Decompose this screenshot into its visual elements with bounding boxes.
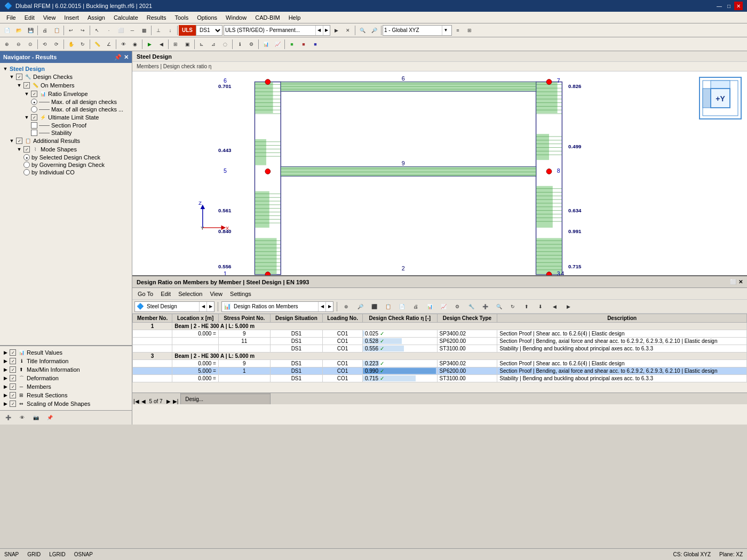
tb2-results1[interactable]: 📊: [260, 38, 272, 50]
cb-scaling-mode-shapes[interactable]: [10, 401, 16, 407]
tb-loads[interactable]: ↓: [164, 25, 176, 36]
tb2-1[interactable]: ⊕: [1, 38, 13, 50]
cb-design-checks[interactable]: [16, 74, 22, 80]
cb-on-members[interactable]: [23, 82, 30, 89]
tb2-rotate[interactable]: ↻: [77, 38, 89, 50]
tb2-color3[interactable]: ■: [286, 38, 298, 50]
results-tab-6[interactable]: Desig...: [180, 394, 271, 404]
load-combo-arrow[interactable]: ◀: [315, 26, 322, 35]
tb-new[interactable]: 📄: [1, 25, 13, 36]
tb2-3d[interactable]: ▣: [181, 38, 193, 50]
nav-pin2-icon[interactable]: 📌: [44, 412, 55, 423]
results-expand-icon[interactable]: ⬜: [730, 279, 736, 285]
results-tb-btn4[interactable]: 📋: [382, 301, 394, 313]
results-tb-btn15[interactable]: ⬇: [535, 301, 546, 313]
tb-view-grid[interactable]: ⊞: [464, 25, 475, 36]
tb-nodes[interactable]: ·: [103, 25, 115, 36]
results-tb-btn16[interactable]: ◀: [549, 301, 560, 313]
lgrid-toggle[interactable]: LGRID: [49, 551, 66, 557]
cb-deformation[interactable]: [10, 375, 16, 381]
tb-select[interactable]: ↖: [91, 25, 103, 36]
cb-additional-results[interactable]: [16, 138, 22, 144]
radio-max-all-2[interactable]: [31, 106, 37, 113]
radio-by-governing[interactable]: [23, 162, 30, 168]
menu-insert[interactable]: Insert: [60, 13, 83, 22]
tree-ratio-envelope[interactable]: ▼ 📊 Ratio Envelope: [0, 90, 132, 98]
results-tb-btn3[interactable]: ⬛: [368, 301, 380, 313]
tb2-angle[interactable]: ∠: [103, 38, 115, 50]
menu-view[interactable]: View: [39, 13, 60, 22]
results-right-next[interactable]: ▶: [325, 302, 333, 311]
tb2-display2[interactable]: ◉: [129, 38, 141, 50]
tree-steel-design[interactable]: ▼ Steel Design: [0, 65, 132, 73]
tb2-3[interactable]: ⊙: [25, 38, 36, 50]
results-tb-btn13[interactable]: ↻: [507, 301, 519, 313]
tb-play[interactable]: ▶: [330, 25, 342, 36]
results-tb-btn10[interactable]: 🔧: [465, 301, 477, 313]
tb2-color[interactable]: ▶: [144, 38, 155, 50]
cb-result-values[interactable]: [10, 349, 16, 356]
tb2-info2[interactable]: ⚙: [245, 38, 257, 50]
tree-by-selected[interactable]: by Selected Design Check: [0, 154, 132, 161]
results-view[interactable]: View: [206, 290, 226, 298]
results-table[interactable]: Member No. Location x [m] Stress Point N…: [132, 314, 747, 393]
cb-stability[interactable]: [31, 130, 37, 136]
page-prev-btn[interactable]: ◀: [141, 398, 146, 404]
results-left-combo-input[interactable]: [146, 302, 199, 311]
tb2-color5[interactable]: ■: [309, 38, 321, 50]
tree-deformation[interactable]: ▶ ⌒ Deformation: [0, 374, 132, 382]
table-data-row[interactable]: 0.000 = 9 DS1 CO1 0.223 ✓ SP3400.02 Sect…: [133, 360, 747, 367]
tb-members[interactable]: ─: [126, 25, 138, 36]
menu-file[interactable]: File: [2, 13, 20, 22]
grid-toggle[interactable]: GRID: [27, 551, 41, 557]
tree-result-sections[interactable]: ▶ ⊞ Result Sections: [0, 391, 132, 399]
cb-mode-shapes[interactable]: [23, 146, 30, 153]
tb-open[interactable]: 📂: [13, 25, 25, 36]
tree-section-proof[interactable]: Section Proof: [0, 122, 132, 129]
navigation-cube[interactable]: +Y: [699, 77, 742, 119]
tb2-pan[interactable]: ✋: [65, 38, 77, 50]
snap-toggle[interactable]: SNAP: [4, 551, 19, 557]
tb2-info1[interactable]: ℹ: [234, 38, 245, 50]
radio-by-selected[interactable]: [23, 154, 30, 161]
tree-on-members[interactable]: ▼ 📏 On Members: [0, 81, 132, 90]
page-next-btn[interactable]: ▶: [166, 398, 171, 404]
tree-members[interactable]: ▶ ─ Members: [0, 382, 132, 391]
tree-by-individual[interactable]: by Individual CO: [0, 169, 132, 176]
nav-pin-icon[interactable]: 📌: [114, 54, 122, 61]
results-selection[interactable]: Selection: [175, 290, 205, 298]
tree-by-governing[interactable]: by Governing Design Check: [0, 161, 132, 169]
load-combo-arrow2[interactable]: ▶: [323, 26, 330, 35]
results-goto[interactable]: Go To: [134, 290, 156, 298]
results-tb-btn1[interactable]: ⊕: [340, 301, 352, 313]
tb-zoom-in[interactable]: 🔍: [356, 25, 368, 36]
tb-redo[interactable]: ↪: [77, 25, 89, 36]
tb2-snap3[interactable]: ◌: [219, 38, 231, 50]
tree-max-all-1[interactable]: Max. of all design checks: [0, 98, 132, 106]
close-button[interactable]: ✕: [734, 2, 743, 10]
uls-button[interactable]: ULS: [179, 25, 196, 36]
tree-maxmin-info[interactable]: ▶ ⬆ Max/Min Information: [0, 365, 132, 374]
results-left-prev[interactable]: ◀: [199, 302, 206, 311]
nav-add-icon[interactable]: ➕: [2, 412, 14, 423]
menu-options[interactable]: Options: [193, 13, 221, 22]
cb-section-proof[interactable]: [31, 122, 37, 129]
tree-design-checks[interactable]: ▼ 🔧 Design Checks: [0, 73, 132, 81]
results-tb-btn12[interactable]: 🔍: [493, 301, 505, 313]
tb-save[interactable]: 💾: [25, 25, 36, 36]
page-first-btn[interactable]: |◀: [133, 398, 139, 404]
table-data-row[interactable]: DS1 CO1 0.556 ✓ ST3100.00 Stability | Be…: [133, 345, 747, 353]
view-combo-input[interactable]: [383, 26, 442, 35]
tree-additional-results[interactable]: ▼ 📋 Additional Results: [0, 137, 132, 145]
menu-help[interactable]: Help: [284, 13, 305, 22]
menu-cadbim[interactable]: CAD-BIM: [251, 13, 284, 22]
menu-edit[interactable]: Edit: [20, 13, 39, 22]
results-tb-btn5[interactable]: 📄: [396, 301, 408, 313]
tb2-snap2[interactable]: ⊿: [208, 38, 219, 50]
cb-result-sections[interactable]: [10, 392, 16, 398]
tree-max-all-2[interactable]: Max. of all design checks ...: [0, 106, 132, 113]
table-data-row[interactable]: 0.000 = 9 DS1 CO1 0.025 ✓ SP3400.02 Sect…: [133, 330, 747, 338]
results-close-icon[interactable]: ✕: [738, 279, 743, 285]
tb-undo[interactable]: ↩: [65, 25, 77, 36]
tree-result-values[interactable]: ▶ 📊 Result Values: [0, 348, 132, 357]
